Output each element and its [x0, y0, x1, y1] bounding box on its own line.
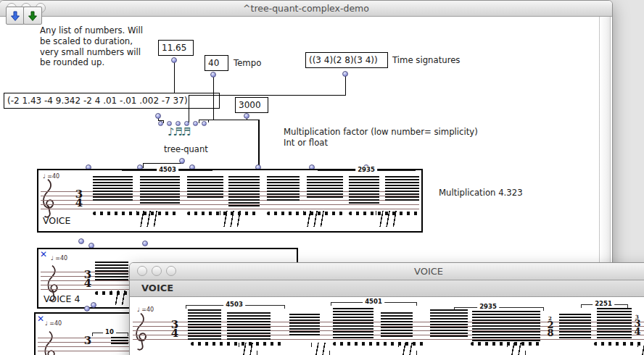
beam-cluster — [349, 176, 379, 205]
beam-cluster — [333, 308, 373, 340]
duration-box[interactable]: 11.65 — [158, 40, 194, 56]
tuplet-number: 2935 — [355, 166, 377, 173]
stems — [311, 343, 330, 355]
timesig-change: 3 4 — [633, 320, 642, 335]
beam-cluster — [188, 309, 221, 340]
comment-multiplication-result: Multiplication 4.323 — [439, 188, 523, 199]
beam-cluster — [187, 176, 223, 198]
wire — [143, 163, 183, 164]
tuplet-number: 4503 — [157, 166, 178, 173]
time-signatures-box[interactable]: ((3 4)(2 8)(3 4)) — [305, 52, 388, 68]
voice-score-canvas[interactable]: ♩ =40 3 4 4503 4501 2935 2251 2 — [130, 297, 644, 355]
beam-cluster — [307, 176, 343, 198]
tuplet-number: 2251 — [593, 300, 614, 307]
stems — [303, 211, 325, 227]
beam-cluster — [381, 312, 413, 338]
stems — [507, 343, 526, 355]
beam-cluster — [430, 309, 468, 338]
tree-quant-input-port[interactable] — [158, 121, 163, 126]
beam-cluster — [267, 176, 300, 202]
tempo-box[interactable]: 40 — [205, 55, 228, 71]
beam-cluster — [93, 176, 133, 201]
tree-quant-label[interactable]: tree-quant — [164, 144, 208, 155]
beam-cluster — [559, 314, 591, 338]
tree-quant-input-port[interactable] — [202, 121, 207, 126]
green-down-arrow-icon — [27, 10, 38, 22]
wire — [213, 73, 214, 120]
wire — [143, 163, 144, 168]
wire — [208, 120, 209, 122]
tuplet-number: 4501 — [363, 298, 384, 305]
time-signature: 3 4 — [170, 320, 179, 338]
beam-cluster — [228, 176, 260, 206]
duration-output-port[interactable] — [171, 57, 177, 63]
beam-cluster — [140, 176, 180, 205]
score-port[interactable] — [91, 302, 96, 308]
time-signature: 3 4 — [75, 190, 83, 207]
beam-cluster — [597, 308, 632, 340]
main-score-editor[interactable]: ♩ =40 3 4 — [37, 169, 423, 233]
wire — [174, 60, 175, 93]
time-signature: 3 — [83, 336, 92, 345]
stems — [111, 291, 128, 305]
time-signature: 3 4 — [83, 270, 92, 288]
wire — [208, 120, 259, 120]
tree-quant-output-port[interactable] — [179, 158, 185, 164]
multiplication-output-port[interactable] — [244, 113, 249, 119]
stems — [136, 211, 158, 227]
tempo-marking: ♩ =40 — [51, 255, 67, 262]
score-port[interactable] — [142, 241, 148, 246]
stems — [220, 211, 242, 227]
comment-tempo: Tempo — [234, 58, 261, 69]
wire — [258, 120, 260, 169]
comment-multiplication-factor: Multiplication factor (low number= simpl… — [284, 127, 478, 149]
stems — [637, 343, 644, 355]
voice-window-title: VOICE — [130, 266, 644, 277]
voice-label: VOICE 4 — [44, 293, 80, 304]
score-port[interactable] — [84, 306, 90, 312]
wire — [163, 120, 164, 123]
timesig-output-port[interactable] — [342, 71, 348, 77]
wire — [345, 74, 346, 95]
voice-header-bar: VOICE — [130, 280, 644, 297]
beam-cluster — [227, 312, 271, 340]
beam-cluster — [385, 176, 419, 201]
tuplet-number: 4503 — [223, 301, 245, 308]
beam-cluster — [289, 314, 320, 337]
eval-all-button[interactable] — [23, 7, 42, 25]
noteheads — [594, 342, 644, 346]
number-list-box[interactable]: (-2 1.43 -4 9.342 -2 4 .01 -.01 .002 -7 … — [4, 93, 220, 109]
noteheads — [191, 342, 285, 346]
beam-cluster — [111, 337, 128, 346]
comment-time-signatures: Time signatures — [392, 55, 460, 66]
voice-label: VOICE — [43, 215, 70, 226]
tree-quant-input-port[interactable] — [193, 121, 198, 126]
voice-header-label: VOICE — [141, 283, 173, 293]
stems — [398, 343, 417, 355]
multiplication-box[interactable]: 3000 — [235, 97, 268, 113]
blue-down-arrow-icon — [9, 10, 21, 22]
desktop: { "main_window": { "title": "^tree-quant… — [0, 0, 644, 355]
close-box-icon[interactable]: ✕ — [40, 250, 49, 259]
list-output-port[interactable] — [155, 113, 161, 119]
beam-cluster — [472, 311, 540, 341]
tempo-marking: ♩ =40 — [45, 320, 62, 327]
note-icons: ♪♬♬ — [168, 125, 189, 138]
tuplet-number: 2935 — [477, 303, 499, 310]
wire — [189, 95, 346, 96]
main-window-titlebar[interactable]: ^tree-quant-complex-demo — [0, 1, 612, 17]
tuplet-number: 10 — [103, 328, 116, 335]
wire — [189, 95, 189, 122]
beam-cluster — [95, 262, 128, 282]
main-window-title: ^tree-quant-complex-demo — [0, 3, 612, 14]
voice-window: VOICE VOICE ♩ =40 3 4 4503 4501 2935 225… — [129, 262, 644, 355]
stems — [376, 211, 397, 227]
voice-window-titlebar[interactable]: VOICE — [130, 263, 644, 280]
tempo-output-port[interactable] — [210, 72, 216, 78]
timesig-change: 2 8 — [546, 321, 555, 337]
wire — [199, 120, 199, 123]
eval-patch-button[interactable] — [6, 7, 25, 25]
stems — [239, 343, 257, 355]
score-port[interactable] — [78, 238, 84, 244]
